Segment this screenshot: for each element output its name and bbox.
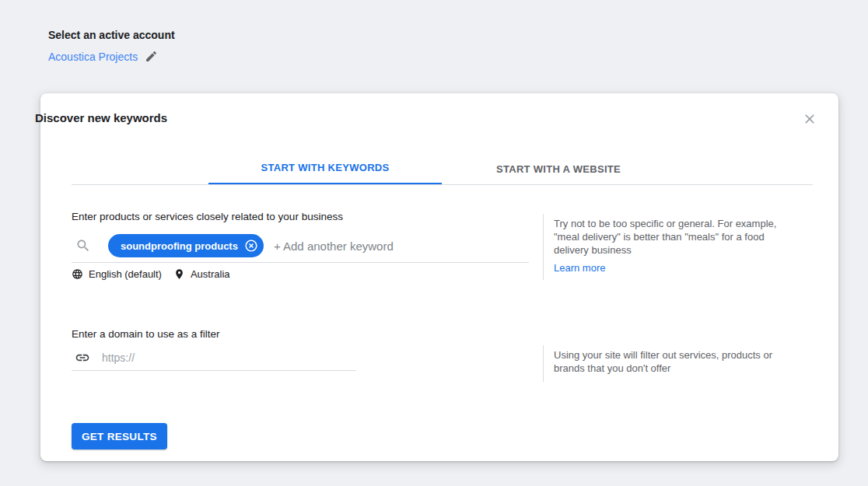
keyword-chip: soundproofing products (108, 234, 264, 257)
account-selector: Acoustica Projects (48, 50, 158, 63)
link-icon (75, 350, 90, 365)
location-setting[interactable]: Australia (173, 268, 230, 280)
add-keyword-input[interactable] (274, 240, 529, 253)
keywords-input-underline (72, 262, 529, 263)
keyword-planner-page: Select an active account Acoustica Proje… (0, 0, 868, 486)
keywords-help-divider (543, 214, 544, 280)
get-results-button[interactable]: GET RESULTS (72, 423, 167, 449)
tab-start-with-keywords[interactable]: START WITH KEYWORDS (208, 152, 442, 185)
learn-more-link[interactable]: Learn more (554, 262, 605, 274)
active-account-link[interactable]: Acoustica Projects (48, 51, 138, 63)
close-icon[interactable] (801, 110, 818, 128)
domain-input-underline (72, 370, 356, 371)
keywords-input-label: Enter products or services closely relat… (72, 211, 343, 222)
domain-help-text: Using your site will filter out services… (554, 348, 787, 375)
dialog-tabs: START WITH KEYWORDS START WITH A WEBSITE (208, 152, 675, 185)
keywords-input-row: soundproofing products (72, 234, 529, 257)
domain-input-label: Enter a domain to use as a filter (72, 328, 220, 340)
dialog-title: Discover new keywords (35, 111, 167, 124)
language-value: English (default) (89, 268, 162, 280)
location-value: Australia (191, 268, 230, 280)
keywords-help-text: Try not to be too specific or general. F… (554, 217, 799, 257)
language-setting[interactable]: English (default) (72, 268, 162, 280)
remove-keyword-icon[interactable] (244, 239, 258, 253)
domain-input-row (72, 348, 356, 367)
globe-icon (72, 268, 83, 280)
location-pin-icon (173, 268, 185, 280)
tabs-divider (72, 184, 813, 185)
account-section-heading: Select an active account (48, 29, 175, 41)
locale-settings-row: English (default) Australia (72, 267, 230, 281)
domain-help-divider (543, 345, 544, 382)
search-icon (75, 238, 91, 253)
edit-account-icon[interactable] (145, 50, 158, 63)
domain-filter-input[interactable] (102, 351, 356, 364)
keyword-chip-label: soundproofing products (121, 240, 238, 252)
tab-start-with-a-website[interactable]: START WITH A WEBSITE (442, 152, 675, 185)
